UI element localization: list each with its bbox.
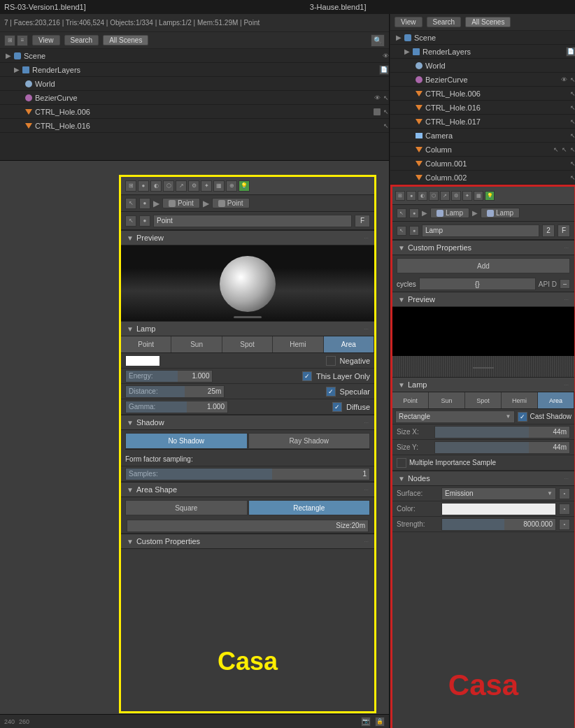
surface-extra-btn[interactable]: • xyxy=(559,488,570,499)
color-extra-btn[interactable]: • xyxy=(559,504,570,515)
bc-item1[interactable]: Point xyxy=(162,198,200,208)
negative-checkbox[interactable] xyxy=(326,356,336,366)
rol-ctrl016[interactable]: CTRL_Hole.016 ↖ xyxy=(390,101,575,115)
right-f-badge[interactable]: F xyxy=(558,224,570,237)
ray-shadow-btn[interactable]: Ray Shadow xyxy=(248,433,371,449)
right-lamp-tab-sun[interactable]: Sun xyxy=(429,392,465,408)
right-icon-c[interactable]: ◐ xyxy=(418,191,427,201)
right-lamp-tab-hemi[interactable]: Hemi xyxy=(502,392,538,408)
rectangle-shape-btn[interactable]: Rectangle xyxy=(248,500,371,515)
shadow-section-header[interactable]: ▼ Shadow ··· xyxy=(121,415,374,430)
strength-extra-btn[interactable]: • xyxy=(559,519,570,530)
bc-icon2[interactable]: ● xyxy=(139,198,150,209)
rol-column002[interactable]: Column.002 ↖ xyxy=(390,171,575,185)
right-lamp-section-header[interactable]: ▼ Lamp ··· xyxy=(392,377,574,392)
right-custom-props-header[interactable]: ▼ Custom Properties ··· xyxy=(392,240,574,255)
surface-dropdown[interactable]: Emission ▼ xyxy=(441,487,556,500)
specular-checkbox[interactable]: ✓ xyxy=(326,387,336,397)
color-swatch-right[interactable] xyxy=(441,503,556,515)
area-shape-section-header[interactable]: ▼ Area Shape ··· xyxy=(121,482,374,497)
rol-camera[interactable]: Camera ↖ xyxy=(390,129,575,143)
size-x-field[interactable]: 44m xyxy=(434,426,570,438)
api-brace-field[interactable]: {} xyxy=(419,278,536,290)
icon-c[interactable]: ◐ xyxy=(150,180,162,192)
right-preview-header[interactable]: ▼ Preview ··· xyxy=(392,292,574,307)
ol-renderlayers[interactable]: ▶ RenderLayers 📄 xyxy=(0,63,389,77)
icon-e[interactable]: ↗ xyxy=(176,180,187,192)
right-icon-b[interactable]: ● xyxy=(406,191,416,201)
diffuse-checkbox[interactable]: ✓ xyxy=(332,402,342,412)
icon-f[interactable]: ⚙ xyxy=(188,180,199,192)
right-icon-a[interactable]: ⊞ xyxy=(395,191,405,201)
lamp-tab-area[interactable]: Area xyxy=(324,336,374,352)
size-y-field[interactable]: 44m xyxy=(434,441,570,454)
mis-checkbox[interactable] xyxy=(397,458,406,468)
right-lamp-tab-spot[interactable]: Spot xyxy=(465,392,502,408)
search-icon2-yellow[interactable]: ● xyxy=(139,215,150,227)
icon-btn2[interactable]: ≡ xyxy=(17,35,28,46)
ol-scene[interactable]: ▶ Scene 👁 xyxy=(0,49,389,63)
yellow-search-input[interactable] xyxy=(153,215,352,227)
right-search-btn[interactable]: Search xyxy=(427,17,462,27)
rol-renderlayers[interactable]: ▶ RenderLayers 📄 xyxy=(390,45,575,59)
gamma-slider[interactable]: Gamma: 1.000 xyxy=(125,401,228,413)
rol-column001[interactable]: Column.001 ↖ xyxy=(390,157,575,171)
this-layer-checkbox[interactable]: ✓ xyxy=(302,371,312,381)
left-all-scenes-btn[interactable]: All Scenes xyxy=(103,35,148,45)
icon-j[interactable]: 💡 xyxy=(239,180,250,192)
rol-scene[interactable]: ▶ Scene xyxy=(390,31,575,45)
rol-bezier[interactable]: BezierCurve 👁 ↖ xyxy=(390,73,575,87)
lamp-tab-spot[interactable]: Spot xyxy=(222,336,273,352)
renderlayers-icon-btn[interactable]: 📄 xyxy=(379,65,389,75)
right-bc-icon2[interactable]: ● xyxy=(409,208,419,218)
icon-btn[interactable]: ⊞ xyxy=(4,35,15,46)
right-bc-icon[interactable]: ↖ xyxy=(397,208,406,218)
left-search-btn[interactable]: Search xyxy=(64,35,99,45)
search-icon-yellow[interactable]: ↖ xyxy=(125,215,136,227)
search-f-btn[interactable]: F xyxy=(355,215,370,227)
lamp-tab-sun[interactable]: Sun xyxy=(171,336,222,352)
custom-props-section-header[interactable]: ▼ Custom Properties ··· xyxy=(121,534,374,549)
right-bc-item2[interactable]: Lamp xyxy=(481,208,520,218)
right-all-scenes-btn[interactable]: All Scenes xyxy=(465,17,511,27)
right-icon-d[interactable]: ⬡ xyxy=(429,191,439,201)
left-view-btn[interactable]: View xyxy=(32,35,60,45)
right-shape-dropdown[interactable]: Rectangle ▼ xyxy=(395,411,515,423)
right-icon-f[interactable]: ⚙ xyxy=(451,191,461,201)
search-icon[interactable]: 🔍 xyxy=(371,34,385,47)
ol-world[interactable]: World xyxy=(0,77,389,91)
right-search-icon[interactable]: ↖ xyxy=(397,226,406,236)
lamp-tab-hemi[interactable]: Hemi xyxy=(273,336,323,352)
right-icon-g[interactable]: ✦ xyxy=(462,191,472,201)
right-lamp-tab-point[interactable]: Point xyxy=(392,392,429,408)
lamp-section-header[interactable]: ▼ Lamp ··· xyxy=(121,321,374,336)
right-view-btn[interactable]: View xyxy=(395,17,423,27)
icon-a[interactable]: ⊞ xyxy=(125,180,136,192)
icon-h[interactable]: ▦ xyxy=(213,180,225,192)
icon-g[interactable]: ✦ xyxy=(201,180,212,192)
rol-world[interactable]: World xyxy=(390,59,575,73)
energy-slider[interactable]: Energy: 1.000 xyxy=(125,370,213,383)
icon-i[interactable]: ⊕ xyxy=(226,180,237,192)
preview-section-header[interactable]: ▼ Preview ··· xyxy=(121,230,374,245)
api-btn[interactable]: – xyxy=(560,279,570,289)
rol-ctrl017[interactable]: CTRL_Hole.017 ↖ xyxy=(390,115,575,129)
ol-ctrl-hole-016[interactable]: CTRL_Hole.016 ↖ xyxy=(0,119,389,133)
rol-column[interactable]: Column ↖ ↖ ↖ xyxy=(390,143,575,157)
ol-beziercurve[interactable]: BezierCurve 👁 ↖ xyxy=(0,91,389,105)
camera-icon[interactable]: 📷 xyxy=(361,717,371,727)
nodes-section-header[interactable]: ▼ Nodes ··· xyxy=(392,471,574,486)
cast-shadow-checkbox[interactable]: ✓ xyxy=(518,412,527,422)
ol-ctrl-hole-006[interactable]: CTRL_Hole.006 ↖ xyxy=(0,105,389,119)
bc-item2[interactable]: Point xyxy=(212,198,250,208)
no-shadow-btn[interactable]: No Shadow xyxy=(125,433,248,449)
strength-field[interactable]: 8000.000 xyxy=(441,518,556,531)
right-add-btn[interactable]: Add xyxy=(397,258,570,273)
lamp-tab-point[interactable]: Point xyxy=(121,336,171,352)
right-icon-e[interactable]: ↗ xyxy=(440,191,450,201)
bc-icon[interactable]: ↖ xyxy=(125,198,136,209)
lock-icon[interactable]: 🔒 xyxy=(375,717,385,727)
distance-slider[interactable]: Distance: 25m xyxy=(125,385,225,398)
samples-slider[interactable]: Samples: 1 xyxy=(125,468,370,480)
right-icon-h[interactable]: ▦ xyxy=(474,191,483,201)
